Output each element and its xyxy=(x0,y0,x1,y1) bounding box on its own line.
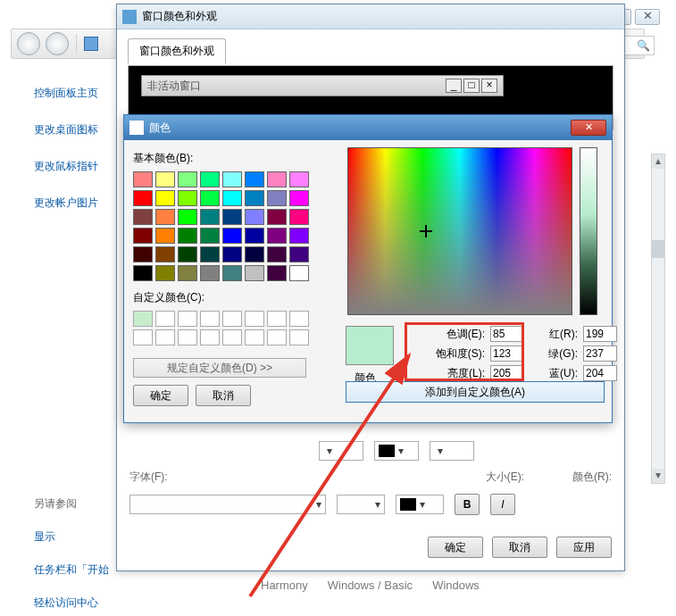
forward-button[interactable] xyxy=(46,32,69,55)
basic-color-swatch[interactable] xyxy=(222,209,242,225)
lum-input[interactable] xyxy=(490,365,524,381)
basic-color-swatch[interactable] xyxy=(267,228,287,244)
custom-color-slot[interactable] xyxy=(267,329,287,345)
basic-color-swatch[interactable] xyxy=(245,209,264,225)
custom-color-slot[interactable] xyxy=(178,329,197,345)
scroll-up-button[interactable]: ▴ xyxy=(652,154,664,169)
hue-input[interactable] xyxy=(490,326,524,342)
basic-color-swatch[interactable] xyxy=(267,171,287,187)
green-input[interactable] xyxy=(583,345,617,362)
custom-color-slot[interactable] xyxy=(222,329,242,345)
basic-color-swatch[interactable] xyxy=(200,228,220,244)
basic-color-swatch[interactable] xyxy=(200,171,220,187)
basic-color-swatch[interactable] xyxy=(245,190,264,206)
basic-color-swatch[interactable] xyxy=(289,209,309,225)
bold-button[interactable]: B xyxy=(455,494,480,515)
basic-color-swatch[interactable] xyxy=(178,190,197,206)
custom-color-slot[interactable] xyxy=(133,311,153,327)
basic-color-swatch[interactable] xyxy=(155,246,175,262)
basic-color-swatch[interactable] xyxy=(133,209,153,225)
basic-color-swatch[interactable] xyxy=(133,265,153,281)
basic-color-swatch[interactable] xyxy=(289,246,309,262)
custom-color-slot[interactable] xyxy=(245,311,264,327)
basic-color-swatch[interactable] xyxy=(200,246,220,262)
add-to-custom-button[interactable]: 添加到自定义颜色(A) xyxy=(346,381,605,403)
basic-color-swatch[interactable] xyxy=(245,246,264,262)
blue-input[interactable] xyxy=(583,365,617,381)
basic-color-swatch[interactable] xyxy=(289,228,309,244)
color-gradient[interactable] xyxy=(347,147,572,315)
ok-button[interactable]: 确定 xyxy=(133,385,188,406)
custom-color-slot[interactable] xyxy=(289,329,309,345)
luminance-slider[interactable] xyxy=(580,147,597,315)
back-button[interactable] xyxy=(17,32,40,55)
basic-color-swatch[interactable] xyxy=(289,171,309,187)
vertical-scrollbar[interactable]: ▴ ▾ xyxy=(651,154,665,484)
basic-color-swatch[interactable] xyxy=(155,228,175,244)
basic-color-swatch[interactable] xyxy=(267,246,287,262)
custom-color-slot[interactable] xyxy=(200,311,220,327)
basic-color-swatch[interactable] xyxy=(267,190,287,206)
basic-color-swatch[interactable] xyxy=(155,265,175,281)
close-button[interactable]: ✕ xyxy=(635,9,660,25)
red-input[interactable] xyxy=(583,326,617,342)
custom-color-slot[interactable] xyxy=(289,311,309,327)
basic-color-swatch[interactable] xyxy=(133,228,153,244)
basic-color-swatch[interactable] xyxy=(222,228,242,244)
basic-color-swatch[interactable] xyxy=(178,171,197,187)
basic-color-swatch[interactable] xyxy=(178,228,197,244)
basic-color-swatch[interactable] xyxy=(222,246,242,262)
basic-color-swatch[interactable] xyxy=(245,265,264,281)
basic-color-swatch[interactable] xyxy=(155,209,175,225)
custom-color-slot[interactable] xyxy=(155,311,175,327)
size-dropdown-2[interactable]: ▾ xyxy=(337,495,385,514)
cancel-button[interactable]: 取消 xyxy=(492,537,547,558)
basic-color-swatch[interactable] xyxy=(245,171,264,187)
basic-color-swatch[interactable] xyxy=(133,190,153,206)
basic-color-swatch[interactable] xyxy=(200,190,220,206)
font-color-dropdown[interactable]: ▾ xyxy=(396,495,444,514)
basic-color-swatch[interactable] xyxy=(133,171,153,187)
custom-color-slot[interactable] xyxy=(155,329,175,345)
basic-color-swatch[interactable] xyxy=(267,209,287,225)
sat-input[interactable] xyxy=(490,345,524,362)
tab-appearance[interactable]: 窗口颜色和外观 xyxy=(128,38,226,63)
basic-color-swatch[interactable] xyxy=(289,265,309,281)
basic-color-swatch[interactable] xyxy=(200,209,220,225)
basic-color-swatch[interactable] xyxy=(155,171,175,187)
basic-color-swatch[interactable] xyxy=(289,190,309,206)
color1-dropdown[interactable]: ▾ xyxy=(374,441,419,461)
custom-color-slot[interactable] xyxy=(267,311,287,327)
custom-color-slot[interactable] xyxy=(133,329,153,345)
scroll-down-button[interactable]: ▾ xyxy=(652,469,664,483)
define-custom-button[interactable]: 规定自定义颜色(D) >> xyxy=(133,358,306,378)
basic-color-swatch[interactable] xyxy=(222,190,242,206)
color2-dropdown[interactable]: ▾ xyxy=(430,441,474,461)
custom-color-slot[interactable] xyxy=(178,311,197,327)
custom-color-slot[interactable] xyxy=(245,329,264,345)
scroll-thumb[interactable] xyxy=(652,240,664,258)
custom-color-slot[interactable] xyxy=(200,329,220,345)
basic-color-swatch[interactable] xyxy=(245,228,264,244)
basic-color-swatch[interactable] xyxy=(222,265,242,281)
basic-color-swatch[interactable] xyxy=(267,265,287,281)
basic-color-swatch[interactable] xyxy=(155,190,175,206)
ok-button[interactable]: 确定 xyxy=(428,537,483,558)
basic-color-swatch[interactable] xyxy=(178,265,197,281)
basic-color-swatch[interactable] xyxy=(178,246,197,262)
basic-color-swatch[interactable] xyxy=(200,265,220,281)
footer-theme-3[interactable]: Windows xyxy=(432,579,480,592)
cancel-button[interactable]: 取消 xyxy=(196,385,251,406)
color-picker-titlebar[interactable]: 颜色 ✕ xyxy=(124,115,612,140)
close-button[interactable]: ✕ xyxy=(571,120,606,136)
custom-color-slot[interactable] xyxy=(222,311,242,327)
size-dropdown-1[interactable]: ▾ xyxy=(319,441,363,461)
basic-color-swatch[interactable] xyxy=(133,246,153,262)
appearance-titlebar[interactable]: 窗口颜色和外观 xyxy=(117,4,624,29)
basic-color-swatch[interactable] xyxy=(222,171,242,187)
see-also-ease[interactable]: 轻松访问中心 xyxy=(34,595,141,611)
italic-button[interactable]: I xyxy=(490,494,515,515)
apply-button[interactable]: 应用 xyxy=(556,537,612,558)
footer-theme-2[interactable]: Windows / Basic xyxy=(328,579,413,592)
basic-color-swatch[interactable] xyxy=(178,209,197,225)
